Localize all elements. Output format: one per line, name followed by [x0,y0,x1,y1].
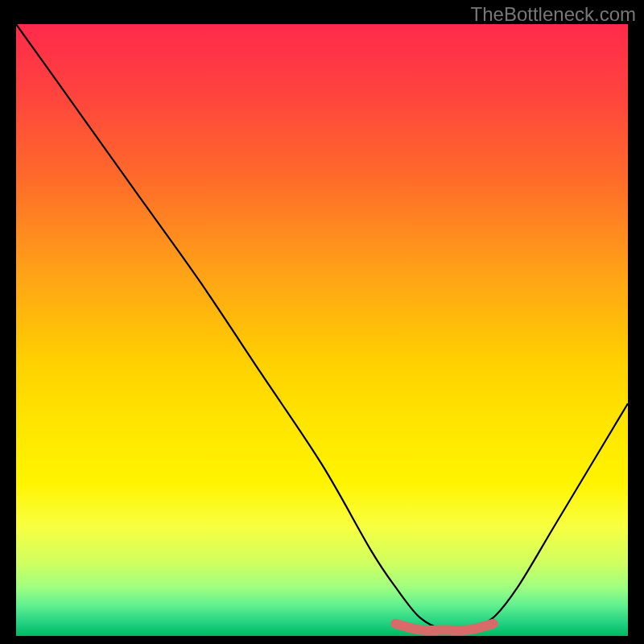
bottleneck-segment [395,624,493,630]
chart-frame: TheBottleneck.com [0,0,644,644]
curve-svg [16,24,628,636]
curve-line [16,24,628,631]
watermark-text: TheBottleneck.com [471,3,636,26]
plot-area [16,24,628,636]
